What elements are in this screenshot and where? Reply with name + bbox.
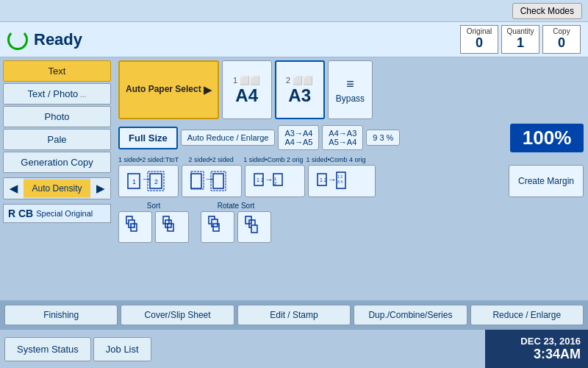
duplex-label-1: 2 sided•2 sided [182, 156, 240, 163]
sort-row: Sort [118, 200, 584, 243]
duplex-buttons: 1 → 2 → [118, 165, 584, 197]
density-label: Auto Density [24, 180, 90, 197]
svg-text:1: 1 [132, 178, 136, 185]
sort-group: Sort [118, 202, 189, 243]
svg-text:2: 2 [154, 178, 158, 185]
sidebar-item-generation-copy[interactable]: Generation Copy [3, 152, 111, 173]
left-sidebar: Text Text / Photo Photo Pale Generation … [0, 57, 114, 330]
svg-text:→: → [328, 174, 337, 185]
status-counters: Original 0 Quantity 1 Copy 0 [460, 25, 581, 54]
93-percent-button[interactable]: 9 3 % [366, 130, 400, 146]
duplex-icon-2: 1 2 → 1 2 [253, 169, 297, 194]
duplex-icon-0: 1 → 2 [126, 169, 171, 194]
svg-rect-34 [251, 225, 257, 233]
sort-button-1[interactable] [118, 211, 152, 243]
cover-slip-sheet-button[interactable]: Cover/Slip Sheet [121, 305, 234, 325]
auto-paper-arrow-icon: ▶ [204, 83, 212, 96]
sidebar-item-text[interactable]: Text [3, 60, 111, 82]
main-content: Text Text / Photo Photo Pale Generation … [0, 57, 588, 330]
auto-paper-select-button[interactable]: Auto Paper Select ▶ [118, 60, 219, 119]
svg-text:2: 2 [274, 181, 277, 185]
finishing-button[interactable]: Finishing [4, 305, 118, 325]
duplex-btn-3[interactable]: 1 2 → 1 2 3 4 [308, 165, 376, 197]
footer-nav: Finishing Cover/Slip Sheet Edit / Stamp … [0, 300, 588, 330]
ready-icon [7, 29, 28, 50]
sidebar-item-text-photo[interactable]: Text / Photo [3, 83, 111, 105]
special-original-icon: R CB [8, 208, 33, 219]
svg-text:1 2: 1 2 [320, 177, 327, 183]
ready-text: Ready [34, 30, 460, 49]
sort-label: Sort [147, 202, 160, 210]
rotate-sort-label: Rotate Sort [218, 202, 255, 210]
create-margin-button[interactable]: Create Margin [509, 165, 584, 197]
original-counter: Original 0 [460, 25, 498, 54]
bypass-button[interactable]: ≡ Bypass [328, 60, 373, 119]
sort-button-2[interactable] [155, 211, 189, 243]
sidebar-item-pale[interactable]: Pale [3, 129, 111, 150]
top-bar: Check Modes [0, 0, 588, 22]
date-display: DEC 23, 2016 [520, 336, 581, 347]
auto-reduce-enlarge-button[interactable]: Auto Reduce / Enlarge [181, 130, 276, 146]
check-modes-button[interactable]: Check Modes [512, 3, 582, 19]
density-increase-button[interactable]: ▶ [90, 178, 110, 199]
svg-text:1 2: 1 2 [257, 177, 264, 183]
svg-rect-9 [213, 174, 223, 188]
tray1-icon: 1 ⬜⬜ [233, 76, 260, 85]
full-size-button[interactable]: Full Size [118, 127, 178, 149]
duplex-icon-1: → [190, 169, 234, 194]
quantity-counter: Quantity 1 [501, 25, 539, 54]
svg-text:→: → [265, 174, 273, 185]
system-status-button[interactable]: System Status [4, 337, 91, 361]
rotate-sort-button-2[interactable] [237, 211, 271, 243]
bottom-right-info: DEC 23, 2016 3:34AM [485, 330, 588, 368]
reduce-enlarge-button[interactable]: Reduce / Enlarge [470, 305, 584, 325]
duplex-labels: 1 sided•2 sided:TtoT 2 sided•2 sided 1 s… [118, 156, 584, 163]
a3-label: A3 [288, 87, 311, 105]
svg-text:3 4: 3 4 [337, 180, 343, 184]
duplex-row: 1 sided•2 sided:TtoT 2 sided•2 sided 1 s… [118, 156, 584, 197]
copy-counter: Copy 0 [542, 25, 581, 54]
density-decrease-button[interactable]: ◀ [4, 178, 24, 199]
reduce-enlarge-row: Full Size Auto Reduce / Enlarge A3→A4A4→… [118, 122, 584, 153]
duplex-btn-1[interactable]: → [182, 165, 242, 197]
density-row: ◀ Auto Density ▶ [3, 177, 111, 199]
tray2-icon: 2 ⬜⬜ [286, 76, 313, 85]
duplex-label-3: 1 sided•Comb 4 orig [306, 156, 365, 163]
rotate-sort-group: Rotate Sort [201, 202, 271, 243]
time-display: 3:34AM [534, 347, 581, 362]
bottom-bar: System Status Job List DEC 23, 2016 3:34… [0, 330, 588, 368]
duplex-btn-2[interactable]: 1 2 → 1 2 [245, 165, 305, 197]
dup-combine-series-button[interactable]: Dup./Combine/Series [354, 305, 467, 325]
right-panel: Auto Paper Select ▶ 1 ⬜⬜ A4 2 ⬜⬜ A3 ≡ By… [114, 57, 588, 330]
duplex-label-2: 1 sided•Comb 2 orig [243, 156, 303, 163]
duplex-btn-0[interactable]: 1 → 2 [118, 165, 179, 197]
bypass-icon: ≡ [346, 77, 354, 92]
a4-label: A4 [235, 87, 258, 105]
special-original-label: Special Original [36, 209, 93, 218]
svg-rect-6 [191, 174, 201, 188]
edit-stamp-button[interactable]: Edit / Stamp [237, 305, 351, 325]
sort-icons [118, 211, 189, 243]
a3-a4-button[interactable]: A3→A4A4→A5 [278, 125, 319, 150]
sidebar-item-photo[interactable]: Photo [3, 106, 111, 127]
rotate-sort-button-1[interactable] [201, 211, 234, 243]
status-bar: Ready Original 0 Quantity 1 Copy 0 [0, 22, 588, 57]
paper-size-a3-button[interactable]: 2 ⬜⬜ A3 [275, 60, 325, 119]
bypass-label: Bypass [336, 93, 365, 104]
percent-display: 100% [510, 124, 584, 152]
svg-rect-30 [212, 219, 218, 227]
svg-text:1 2: 1 2 [337, 174, 343, 179]
paper-size-a4-button[interactable]: 1 ⬜⬜ A4 [222, 60, 272, 119]
duplex-icon-3: 1 2 → 1 2 3 4 [316, 169, 368, 194]
a4-a3-button[interactable]: A4→A3A5→A4 [322, 125, 363, 150]
rotate-sort-icons [201, 211, 271, 243]
duplex-label-0: 1 sided•2 sided:TtoT [118, 156, 179, 163]
job-list-button[interactable]: Job List [93, 337, 151, 361]
bottom-tabs: System Status Job List [0, 330, 485, 368]
paper-row: Auto Paper Select ▶ 1 ⬜⬜ A4 2 ⬜⬜ A3 ≡ By… [118, 60, 584, 119]
special-original-button[interactable]: R CB Special Original [3, 204, 111, 223]
